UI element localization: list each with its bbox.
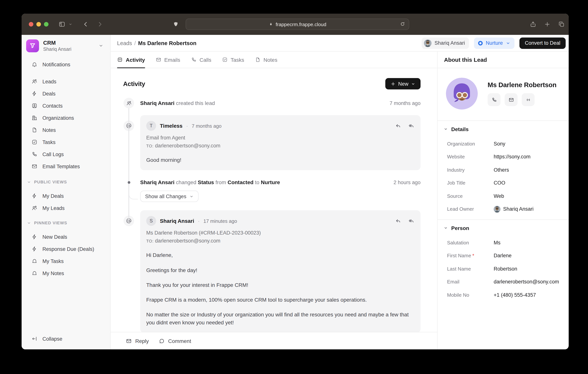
tab-tasks[interactable]: Tasks [222, 52, 244, 68]
convert-to-deal-button[interactable]: Convert to Deal [519, 37, 566, 49]
shield-icon[interactable] [173, 21, 179, 27]
email-action-button[interactable] [505, 93, 517, 106]
field-first-name[interactable]: First Name* Darlene [438, 249, 569, 262]
forward-button-icon[interactable] [97, 21, 104, 28]
new-button[interactable]: New [385, 78, 420, 89]
sidebar-item-organizations[interactable]: Organizations [21, 112, 110, 124]
sidebar-item-notifications[interactable]: Notifications [21, 58, 110, 71]
public-views-header[interactable]: PUBLIC VIEWS [21, 177, 110, 186]
check-square-icon [222, 57, 228, 63]
link-icon [525, 97, 531, 103]
event-field: Status [198, 179, 214, 185]
status-from: Contacted [228, 179, 253, 185]
breadcrumb-leads-link[interactable]: Leads [117, 40, 132, 46]
email-body: Hi Darlene, Greetings for the day! Thank… [146, 251, 414, 326]
tab-activity[interactable]: Activity [117, 52, 145, 68]
call-action-button[interactable] [488, 93, 501, 106]
avatar: T [146, 121, 156, 131]
address-bar[interactable]: frappecrm.frappe.cloud [186, 19, 409, 30]
tab-calls[interactable]: Calls [191, 52, 211, 68]
sidebar-item-my-deals[interactable]: My Deals [21, 190, 110, 202]
field-source[interactable]: Source Web [438, 190, 569, 203]
sidebar-item-new-deals[interactable]: New Deals [21, 231, 110, 243]
reply-all-icon[interactable] [408, 218, 414, 224]
sidebar-item-label: Contacts [42, 103, 63, 108]
field-lead-owner[interactable]: Lead Owner Shariq Ansari [438, 203, 569, 216]
field-job-title[interactable]: Job Title COO [438, 176, 569, 190]
activity-feed[interactable]: Activity New Shariq Ansari creat [111, 68, 437, 332]
field-industry[interactable]: Industry Others [438, 163, 569, 176]
field-email[interactable]: Email darlenerobertson@sony.com [438, 275, 569, 288]
breadcrumb: Leads / Ms Darlene Robertson [117, 40, 196, 46]
comment-button[interactable]: Comment [159, 338, 191, 344]
person-section-header[interactable]: Person [438, 220, 569, 236]
details-section: Details Organization Sony Website https:… [438, 120, 569, 219]
new-tab-plus-icon[interactable] [544, 21, 550, 27]
collapse-sidebar-button[interactable]: Collapse [21, 333, 110, 345]
field-value: Ms [494, 240, 569, 246]
field-mobile-no[interactable]: Mobile No +1 (480) 555-4357 [438, 288, 569, 301]
tab-notes[interactable]: Notes [255, 52, 277, 68]
sidebar-item-call-logs[interactable]: Call Logs [21, 148, 110, 160]
sidebar-item-my-tasks[interactable]: My Tasks [21, 255, 110, 267]
lead-status-dropdown[interactable]: Nurture [474, 37, 514, 49]
back-button-icon[interactable] [82, 21, 89, 28]
check-square-icon [32, 139, 38, 145]
breadcrumb-current: Ms Darlene Robertson [138, 40, 196, 46]
tab-overview-icon[interactable] [558, 21, 565, 28]
link-action-button[interactable] [522, 93, 535, 106]
bell-icon [32, 270, 38, 276]
lock-icon [268, 22, 273, 27]
sidebar-item-contacts[interactable]: Contacts [21, 100, 110, 112]
sidebar-toggle-icon[interactable] [58, 21, 65, 28]
assignee-chip[interactable]: Shariq Ansari [422, 37, 469, 49]
tab-emails[interactable]: Emails [156, 52, 180, 68]
timeline-dot-icon [127, 181, 130, 184]
event-time: 2 hours ago [393, 180, 420, 185]
share-icon[interactable] [530, 21, 536, 28]
reply-button[interactable]: Reply [126, 338, 149, 344]
sidebar-item-my-notes[interactable]: My Notes [21, 267, 110, 279]
new-label: New [398, 81, 409, 86]
sidebar-item-my-leads[interactable]: My Leads [21, 202, 110, 214]
field-value: Robertson [494, 266, 569, 272]
reply-all-icon[interactable] [408, 123, 414, 129]
chevron-down-icon [189, 194, 194, 199]
maximize-window-button[interactable] [44, 22, 49, 27]
field-salutation[interactable]: Salutation Ms [438, 236, 569, 249]
reload-icon[interactable] [400, 21, 405, 27]
sidebar-item-label: Email Templates [42, 163, 80, 169]
field-website[interactable]: Website https://sony.com [438, 150, 569, 163]
lead-avatar[interactable] [446, 78, 478, 109]
field-value: Shariq Ansari [503, 206, 534, 212]
email-time: 17 minutes ago [203, 218, 237, 224]
minimize-window-button[interactable] [36, 22, 41, 27]
pinned-views-header[interactable]: PINNED VIEWS [21, 218, 110, 227]
phone-icon [191, 57, 196, 63]
field-last-name[interactable]: Last Name Robertson [438, 262, 569, 275]
sidebar-item-response-due-deals[interactable]: Response Due (Deals) [21, 243, 110, 255]
zap-icon [32, 234, 38, 240]
details-section-header[interactable]: Details [438, 121, 569, 137]
sidebar-item-email-templates[interactable]: Email Templates [21, 160, 110, 172]
crm-logo [26, 39, 39, 52]
email-recipient: darlenerobertson@sony.com [155, 238, 220, 244]
tab-label: Notes [263, 57, 277, 63]
reply-icon[interactable] [395, 123, 401, 129]
sidebar-dropdown-chevron-icon[interactable] [69, 22, 72, 26]
sidebar-item-label: Leads [42, 79, 56, 84]
reply-icon[interactable] [395, 218, 401, 224]
sidebar-item-tasks[interactable]: Tasks [21, 136, 110, 148]
show-all-changes-button[interactable]: Show all Changes [140, 191, 199, 202]
sidebar-item-leads[interactable]: Leads [21, 75, 110, 87]
section-title: Person [451, 225, 469, 231]
field-label: Website [447, 154, 494, 160]
field-label: Salutation [447, 240, 494, 246]
lead-tabs: Activity Emails Calls Tasks [111, 52, 437, 68]
close-window-button[interactable] [29, 22, 33, 27]
sidebar-item-deals[interactable]: Deals [21, 87, 110, 100]
sidebar-item-notes[interactable]: Notes [21, 124, 110, 136]
workspace-switcher[interactable]: CRM Shariq Ansari [21, 35, 110, 52]
tab-label: Calls [200, 57, 211, 63]
field-organization[interactable]: Organization Sony [438, 137, 569, 150]
